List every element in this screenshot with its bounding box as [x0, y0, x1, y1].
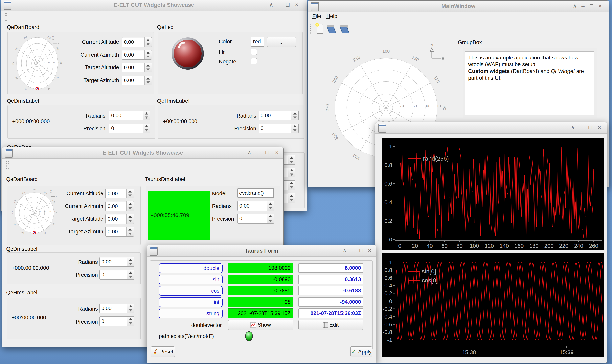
attr-label-string[interactable]: string: [159, 309, 223, 318]
shade-button[interactable]: ∧: [571, 0, 579, 12]
radians-spinbox[interactable]: 0.00: [99, 257, 134, 267]
svg-text:10: 10: [437, 104, 441, 108]
toolbar-drag-handle[interactable]: [6, 161, 9, 169]
svg-text:210: 210: [23, 36, 27, 39]
edit-button[interactable]: Edit: [298, 320, 363, 330]
minimize-button[interactable]: –: [577, 122, 585, 133]
target-azimuth-spinbox[interactable]: 0.00: [105, 227, 134, 236]
maximize-button[interactable]: □: [357, 245, 365, 256]
toolbar-drag-handle[interactable]: [310, 24, 313, 34]
radians-spinbox[interactable]: 0.00: [99, 303, 134, 313]
radec-spinbox[interactable]: [283, 168, 295, 177]
close-button[interactable]: ×: [595, 122, 603, 133]
close-button[interactable]: ×: [596, 0, 604, 12]
maximize-button[interactable]: □: [263, 147, 271, 158]
section-label: TaurusDmsLabel: [145, 176, 185, 182]
reset-button[interactable]: Reset: [151, 346, 175, 357]
window-plots[interactable]: ∧ – □ × 10.80.60.40.20020406080100120140…: [375, 122, 607, 363]
attr-label-int[interactable]: int: [159, 297, 223, 307]
radians-spinbox[interactable]: 0.00: [259, 111, 299, 120]
row-label: Target Altitude: [48, 216, 103, 222]
menu-file[interactable]: File: [311, 12, 323, 20]
current-altitude-spinbox[interactable]: 0.00: [105, 189, 134, 198]
window-icon: [378, 124, 386, 133]
window-taurus-form[interactable]: Taurus Form ∧ – □ × double 198.0000 6.00…: [147, 245, 376, 363]
open-folder-icon[interactable]: [326, 24, 337, 34]
radec-spinbox[interactable]: [283, 193, 295, 203]
titlebar[interactable]: Taurus Form ∧ – □ ×: [147, 245, 376, 257]
row-label: Target Azimuth: [60, 77, 119, 83]
attr-label-cos[interactable]: cos: [159, 286, 223, 296]
trig-plot[interactable]: 10.80.60.40.20-0.2-0.4-0.6-0.8-115:3815:…: [382, 253, 604, 357]
target-azimuth-spinbox[interactable]: 0.00: [122, 76, 152, 85]
attr-label-sin[interactable]: sin: [159, 275, 223, 284]
precision-spinbox[interactable]: 0: [259, 124, 299, 133]
read-value-double: 198.0000: [228, 263, 293, 273]
shade-button[interactable]: ∧: [341, 245, 349, 256]
titlebar[interactable]: ∧ – □ ×: [376, 122, 607, 134]
table-icon: [323, 322, 328, 328]
target-altitude-spinbox[interactable]: 0.00: [105, 214, 134, 224]
svg-text:-0.8: -0.8: [383, 329, 392, 335]
maximize-button[interactable]: □: [586, 122, 594, 133]
maximize-button[interactable]: □: [587, 0, 595, 12]
precision-label: Precision: [60, 319, 98, 325]
current-altitude-spinbox[interactable]: 0.00: [122, 37, 152, 47]
write-value-sin[interactable]: 0.3613: [298, 274, 363, 284]
target-altitude-spinbox[interactable]: 0.00: [122, 63, 152, 72]
precision-label: Precision: [66, 126, 105, 132]
close-button[interactable]: ×: [293, 0, 300, 11]
titlebar[interactable]: E-ELT CUT Widgets Showcase ∧ – □ ×: [2, 147, 284, 159]
color-browse-button[interactable]: ...: [267, 37, 296, 47]
svg-text:300: 300: [13, 222, 17, 226]
maximize-button[interactable]: □: [284, 0, 292, 11]
shade-button[interactable]: ∧: [267, 0, 275, 11]
svg-text:rand(256): rand(256): [423, 155, 449, 162]
model-input[interactable]: eval:rand(): [237, 188, 274, 198]
precision-spinbox[interactable]: 0: [99, 316, 134, 326]
read-value-int: 98: [228, 297, 293, 307]
minimize-button[interactable]: –: [579, 0, 587, 12]
svg-text:300: 300: [15, 76, 18, 80]
svg-text:180: 180: [36, 34, 39, 35]
open-folder-icon[interactable]: [339, 24, 350, 34]
new-file-icon[interactable]: [315, 23, 324, 35]
close-button[interactable]: ×: [273, 147, 281, 158]
write-value-string[interactable]: 021-07-28T15:36:03Z: [298, 309, 363, 318]
shade-button[interactable]: ∧: [246, 147, 253, 158]
radians-spinbox[interactable]: 0.00: [237, 201, 274, 211]
write-value-double[interactable]: 6.0000: [298, 263, 363, 273]
svg-text:80: 80: [456, 243, 463, 249]
precision-spinbox[interactable]: 0: [99, 270, 134, 280]
current-azimuth-spinbox[interactable]: 0.00: [122, 50, 152, 60]
close-button[interactable]: ×: [365, 245, 374, 256]
menu-help[interactable]: Help: [324, 12, 339, 20]
radec-spinbox[interactable]: [283, 155, 295, 165]
minimize-button[interactable]: –: [349, 245, 357, 256]
hms-value: +00:00:00.000: [163, 118, 208, 125]
rand-plot[interactable]: 10.80.60.40.2002040608010012014016018020…: [382, 138, 604, 250]
titlebar[interactable]: MainWindow ∧ – □ ×: [308, 0, 609, 12]
read-value-sin: -0.0890: [228, 274, 293, 284]
negate-checkbox[interactable]: [251, 58, 257, 64]
show-button[interactable]: Show: [228, 320, 293, 330]
radec-spinbox[interactable]: [283, 181, 295, 190]
write-value-int[interactable]: -94.0000: [298, 297, 363, 307]
precision-spinbox[interactable]: 0: [109, 124, 150, 133]
write-value-cos[interactable]: -0.6183: [298, 286, 363, 295]
current-azimuth-spinbox[interactable]: 0.00: [105, 201, 134, 211]
radians-spinbox[interactable]: 0.00: [109, 111, 150, 120]
toolbar: [1, 11, 307, 22]
attr-label-double[interactable]: double: [159, 263, 223, 273]
toolbar-drag-handle[interactable]: [4, 13, 8, 21]
color-input[interactable]: red: [251, 37, 264, 47]
minimize-button[interactable]: –: [275, 0, 284, 11]
titlebar[interactable]: E-ELT CUT Widgets Showcase ∧ – □ ×: [1, 0, 307, 11]
apply-button[interactable]: ✓Apply: [350, 346, 372, 357]
toolbar-separator: [353, 23, 353, 34]
shade-button[interactable]: ∧: [569, 122, 577, 133]
precision-spinbox[interactable]: 0: [237, 214, 274, 224]
lit-checkbox[interactable]: [251, 49, 257, 55]
svg-text:160: 160: [514, 243, 524, 249]
minimize-button[interactable]: –: [254, 147, 262, 158]
